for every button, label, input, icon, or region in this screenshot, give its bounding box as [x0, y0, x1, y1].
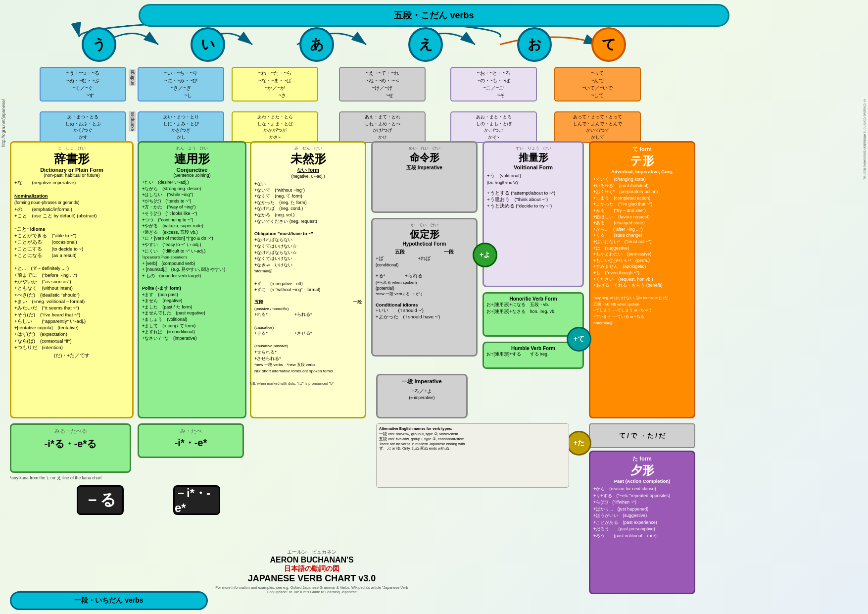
a-endings-box: ~わ・~た・~ら~な・~ま・~ば~か／~が ~さ	[232, 67, 318, 102]
url-label: http://ogra.net/japanese/	[1, 99, 6, 147]
te-endings-box: ~って~んで~いて／~いで~して	[554, 67, 641, 102]
mizen-nai-title: ない form	[254, 167, 362, 174]
conj-subtitle: (Sentence Joining)	[142, 173, 242, 178]
bottom-title-area: エールン ビュカネン AERON BUCHANAN'S 日本語の動詞の図 JAP…	[213, 549, 411, 594]
o-examples-box: あお・まと・とろしの・よも・とぼかこ/つごかそ~	[450, 111, 537, 143]
maru-ru-left: －る	[77, 485, 124, 515]
examples-label: examples	[129, 111, 136, 132]
e-endings-box: ~え・~て・~れ~ね・~め・~べ~け／~げ ~せ	[339, 67, 426, 102]
honorific-title: Honorific Verb Form	[486, 296, 580, 302]
tede-box: て / で → た / だ	[589, 423, 695, 448]
humble-content: お+[連用形]+する する ireg.	[486, 351, 580, 358]
i-examples-box: あい・まつ・とりしに・よみ・とびかき/つぎかし	[138, 111, 224, 143]
circle-a: あ	[299, 27, 334, 62]
te-form-title-en: て form	[593, 146, 691, 153]
e-examples-box: あえ・まて・とれしね・よめ・とべかけ/つげかせ	[339, 111, 426, 143]
ta-form-title-en: た form	[593, 455, 691, 462]
vol-title-jp: 推量形	[487, 151, 579, 164]
main-container: 五段・こだん verbs http://ogra.net/japanese/ ©…	[0, 0, 868, 614]
dict-title-jp: 辞書形	[14, 151, 129, 167]
te-form-subtitle: Adverbial, Imperative, Conj.	[593, 169, 691, 174]
imp-ruby: めい れい けい	[376, 146, 473, 151]
circle-e: え	[408, 27, 443, 62]
hyp-content: 五段 一段 +ば +れば (conditional) +る* +られる (+られ…	[376, 249, 473, 320]
dict-subtitle: (non-past: habitual or future)	[14, 173, 129, 178]
volitional-form-box: すい りょう けい 推量形 Volitional Form +う (voliti…	[482, 141, 584, 287]
circle-o: お	[517, 27, 552, 62]
o-endings-box: ~お・~と・~ろ~の・~も・~ぼ~こ／~ご ~そ	[450, 67, 537, 102]
vol-title-en: Volitional Form	[487, 164, 579, 170]
conj-content: +たい (desire² い-adj.) +ながら (strong neg. d…	[142, 179, 242, 341]
conj-form-box: れん よう けい 連用形 Conjunctive (Sentence Joini…	[138, 141, 246, 418]
te-form-box: て form テ形 Adverbial, Imperative, Conj. +…	[589, 141, 695, 418]
ichidan-imp-content: +ろ／+よ(≈ imperative)	[380, 388, 464, 400]
hyp-ruby: か てい けい	[376, 222, 473, 228]
mizen-title-jp: 未然形	[254, 151, 362, 167]
conj-title-en: Conjunctive	[142, 167, 242, 173]
copyright-text: © Creative Commons Attribution-ShareAlik…	[863, 99, 867, 180]
dict-da-desu: (だ)・+た／です	[14, 353, 129, 359]
circle-i: い	[191, 27, 225, 62]
bottom-author-jp: エールン ビュカネン	[213, 549, 411, 556]
ta-form-subtitle: Past (Action Completion)	[593, 478, 691, 484]
dict-form-box: じ しょ けい 辞書形 Dictionary or Plain Form (no…	[10, 141, 134, 418]
plus-ta-circle: +た	[567, 431, 591, 456]
dict-title-en: Dictionary or Plain Form	[14, 167, 129, 173]
ichidan-examples-text: み・たべ	[142, 427, 240, 435]
kana-circles-row: う い あ え お	[45, 27, 589, 62]
imp-title-jp: 命令形	[376, 151, 473, 164]
ichidan-endings-formula: -i*る・-e*る	[14, 437, 127, 451]
ichidan-endings-box: みる・たべる -i*る・-e*る	[10, 423, 131, 473]
ichidan-examples-formula: -i*・-e*	[142, 436, 240, 450]
ichidan-footnote: *any kana from the い or え line of the ka…	[10, 475, 129, 481]
ichidan-imperative-box: 一段 Imperative +ろ／+よ(≈ imperative)	[376, 374, 468, 418]
mizen-nai-sub: (negative, い-adj.)	[254, 174, 362, 180]
ta-form-box: た form 夕形 Past (Action Completion) +から (…	[589, 451, 695, 594]
bottom-title-chart: JAPANESE VERB CHART v3.0	[213, 573, 411, 584]
honorific-content: お+[連用形]+になる 五段・vb. お+[連用形]+なさる hon. ireg…	[486, 302, 580, 315]
i-endings-box: ~い・~ち・~り~に・~み・~び~き／~ぎ ~し	[138, 67, 224, 102]
ta-form-title-jp: 夕形	[593, 462, 691, 478]
bottom-title-ja: 日本語の動詞の図	[213, 564, 411, 573]
humble-title: Humble Verb Form	[486, 346, 580, 351]
te-form-title-jp: テ形	[593, 153, 691, 169]
bottom-more-info: For more information and examples, see e…	[213, 585, 411, 594]
ichidan-imp-title: 一段 Imperative	[380, 378, 464, 385]
hypothetical-form-box: か てい けい 仮定形 Hypothetical Form 五段 一段 +ば +…	[371, 218, 478, 357]
mizen-form-box: み ぜん けい 未然形 ない form (negative, い-adj.) +…	[250, 141, 366, 418]
conj-title-ruby: れん よう けい	[142, 146, 242, 151]
imperative-form-box: めい れい けい 命令形 五段 Imperative	[371, 141, 478, 213]
plus-te-circle: +て	[567, 327, 591, 352]
hyp-title-jp: 仮定形	[376, 228, 473, 241]
ichidan-bottom-bar: 一段・いちだん verbs	[10, 591, 208, 610]
bottom-title-en: AERON BUCHANAN'S	[213, 556, 411, 564]
dict-title-ruby: じ しょ けい	[14, 146, 129, 151]
conj-title-jp: 連用形	[142, 151, 242, 167]
ichidan-examples-box: み・たべ -i*・-e*	[138, 423, 244, 458]
ichidan-endings-text: みる・たべる	[14, 427, 127, 435]
nb-note: NB: when marked with dots, "は" is pronou…	[250, 381, 364, 386]
alt-names-title: Alternative English names for verb types…	[379, 426, 566, 431]
mizen-content: +ない +ないで ("without ~ing") +なくて (neg. て f…	[254, 181, 362, 374]
mizen-title-ruby: み ぜん けい	[254, 146, 362, 151]
plus-yo-circle: +よ	[473, 243, 497, 267]
top-title: 五段・こだん verbs	[139, 4, 729, 27]
te-examples-box: あって・まって・とってしんで・よんで・とんでかいて/つでかして	[554, 111, 641, 143]
a-examples-box: あわ・また・とらしな・よま・とばかかが/つがかさ~	[232, 111, 318, 143]
vol-ruby: すい りょう けい	[487, 146, 579, 151]
circle-u: う	[82, 27, 116, 62]
imp-subtitle: 五段 Imperative	[376, 164, 473, 171]
endings-label: endings	[129, 69, 136, 86]
u-endings-box: ~う・~つ・~る~ぬ・~む・~ぶ~く／~ぐ ~す	[40, 67, 126, 102]
circle-te: て	[591, 27, 626, 62]
hyp-subtitle: Hypothetical Form	[376, 241, 473, 247]
honorific-form-box: Honorific Verb Form お+[連用形]+になる 五段・vb. お…	[482, 292, 584, 337]
ta-form-content: +から (reason for next clause) +り+する ("~et…	[593, 486, 691, 539]
te-form-content: +ていく (changing state) +いる/+る¹ (cont./hab…	[593, 176, 691, 326]
circle-te-wrapper: て	[591, 27, 626, 62]
u-examples-box: あ・まつ・とるしぬ・おぶ・とぶかく/つぐかす	[40, 111, 126, 143]
vol-content: +う (volitional) (i.e. lengthens 'o') +うと…	[487, 173, 579, 209]
dict-content: +な (negative imperative) Nominalization …	[14, 179, 129, 351]
notes-box: Alternative English names for verb types…	[376, 423, 569, 488]
maru-rie: －i*・-e*	[173, 485, 220, 515]
